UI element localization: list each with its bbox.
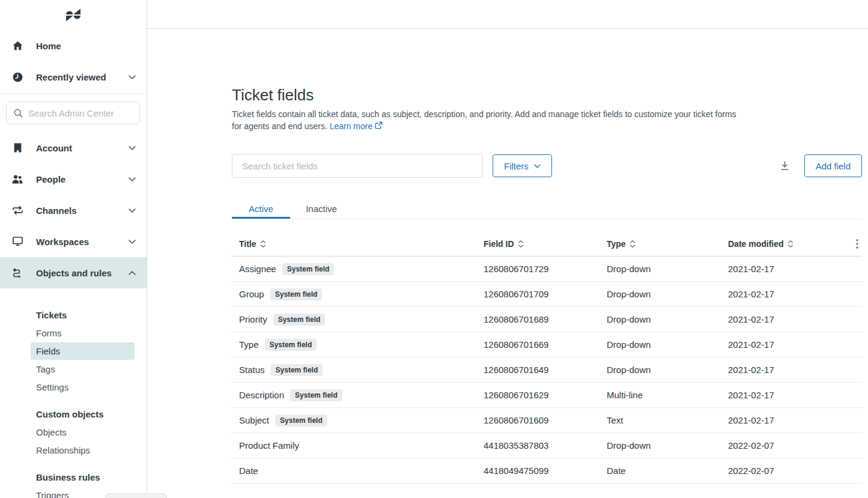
tab-active[interactable]: Active: [232, 199, 290, 219]
sidebar-item-objects[interactable]: Objects: [31, 424, 135, 441]
sidebar-item-home[interactable]: Home: [0, 30, 147, 61]
sort-icon: [788, 240, 794, 247]
sidebar-item-recently-viewed[interactable]: Recently viewed: [0, 61, 147, 93]
column-header-type[interactable]: Type: [607, 239, 728, 249]
field-title[interactable]: Description: [239, 390, 284, 400]
people-icon: [12, 175, 23, 184]
chevron-up-icon: [129, 271, 136, 275]
field-id: 1260806701609: [484, 415, 607, 425]
field-title[interactable]: Assignee: [239, 264, 276, 274]
field-id: 1260806701689: [484, 314, 607, 324]
sidebar-item-relationships[interactable]: Relationships: [31, 442, 135, 459]
channels-icon: [12, 206, 23, 214]
table-row[interactable]: Date 4418049475099 Date 2022-02-07: [232, 458, 862, 484]
home-icon: [12, 41, 23, 50]
sidebar-item-label: Home: [36, 41, 136, 51]
filters-button[interactable]: Filters: [493, 154, 552, 177]
sidebar-item-tags[interactable]: Tags: [31, 360, 135, 378]
tab-inactive[interactable]: Inactive: [290, 199, 353, 219]
admin-search-input[interactable]: [28, 108, 148, 118]
field-title[interactable]: Type: [239, 339, 259, 350]
field-date-modified: 2021-02-17: [728, 264, 845, 274]
field-title[interactable]: Date: [239, 466, 258, 476]
field-id: 1260806701709: [484, 289, 607, 299]
sidebar-item-label: Account: [36, 143, 115, 153]
learn-more-label: Learn more: [330, 120, 373, 132]
sidebar-item-fields[interactable]: Fields: [31, 342, 135, 360]
field-date-modified: 2022-02-07: [728, 466, 845, 476]
system-field-badge: System field: [271, 364, 323, 376]
column-header-label: Title: [239, 239, 256, 249]
field-title[interactable]: Group: [239, 289, 264, 299]
sidebar-item-label: People: [36, 174, 115, 184]
field-date-modified: 2021-02-17: [728, 339, 845, 350]
system-field-badge: System field: [290, 389, 342, 401]
sidebar-search: [0, 94, 147, 124]
admin-search-box[interactable]: [6, 102, 140, 124]
sidebar-item-people[interactable]: People: [0, 163, 147, 195]
export-button[interactable]: [773, 154, 797, 178]
table-row[interactable]: Type System field 1260806701669 Drop-dow…: [232, 332, 862, 357]
system-field-badge: System field: [275, 414, 327, 427]
table-row[interactable]: Product Family 4418035387803 Drop-down 2…: [232, 433, 862, 458]
field-title[interactable]: Priority: [239, 314, 267, 324]
subnav-heading-tickets: Tickets: [31, 306, 147, 324]
table-row[interactable]: Group System field 1260806701709 Drop-do…: [232, 282, 862, 307]
field-date-modified: 2021-02-17: [728, 289, 845, 299]
field-type: Drop-down: [607, 264, 728, 274]
system-field-badge: System field: [265, 339, 317, 351]
download-icon: [780, 161, 790, 171]
learn-more-link[interactable]: Learn more: [330, 120, 383, 132]
field-type: Multi-line: [607, 390, 728, 400]
chevron-down-icon: [129, 177, 136, 181]
ticket-fields-search-input[interactable]: [232, 154, 483, 178]
column-header-title[interactable]: Title: [232, 239, 484, 249]
sidebar-item-workspaces[interactable]: Workspaces: [0, 226, 147, 257]
field-id: 1260806701669: [484, 339, 607, 350]
field-date-modified: 2021-02-17: [728, 314, 845, 324]
ticket-fields-table: Title Field ID Type Date modified: [232, 231, 862, 484]
sidebar-resize-handle[interactable]: [105, 493, 167, 498]
field-id: 4418035387803: [484, 440, 607, 451]
chevron-down-icon: [534, 164, 541, 168]
field-type: Drop-down: [607, 339, 728, 350]
add-field-button[interactable]: Add field: [804, 154, 862, 177]
top-bar: [147, 0, 868, 29]
field-date-modified: 2022-02-07: [728, 440, 845, 451]
field-type: Drop-down: [607, 365, 728, 375]
sort-icon: [518, 240, 524, 247]
external-link-icon: [375, 120, 383, 132]
table-header-row: Title Field ID Type Date modified: [232, 231, 862, 257]
table-row[interactable]: Priority System field 1260806701689 Drop…: [232, 307, 862, 332]
objects-rules-subnav: Tickets Forms Fields Tags Settings Custo…: [0, 306, 147, 498]
field-date-modified: 2021-02-17: [728, 365, 845, 375]
sidebar-item-settings[interactable]: Settings: [31, 378, 135, 396]
field-date-modified: 2021-02-17: [728, 415, 845, 425]
table-options-button[interactable]: [845, 239, 862, 249]
column-header-label: Date modified: [728, 239, 784, 249]
field-title[interactable]: Status: [239, 365, 265, 375]
sidebar-item-label: Channels: [36, 205, 115, 216]
monitor-icon: [12, 237, 23, 246]
page-title: Ticket fields: [232, 87, 862, 103]
chevron-down-icon: [129, 240, 136, 244]
sidebar-item-account[interactable]: Account: [0, 132, 147, 163]
sidebar-item-label: Objects and rules: [36, 268, 115, 278]
column-header-date-modified[interactable]: Date modified: [728, 239, 845, 249]
sidebar-item-channels[interactable]: Channels: [0, 195, 147, 226]
column-header-field-id[interactable]: Field ID: [484, 239, 607, 249]
table-row[interactable]: Assignee System field 1260806701729 Drop…: [232, 257, 862, 282]
table-row[interactable]: Status System field 1260806701649 Drop-d…: [232, 357, 862, 383]
sidebar-item-forms[interactable]: Forms: [31, 324, 135, 342]
system-field-badge: System field: [273, 314, 326, 326]
table-row[interactable]: Description System field 1260806701629 M…: [232, 383, 862, 408]
field-title[interactable]: Subject: [239, 415, 269, 425]
system-field-badge: System field: [282, 263, 335, 275]
table-row[interactable]: Subject System field 1260806701609 Text …: [232, 408, 862, 433]
sidebar-item-objects-and-rules[interactable]: Objects and rules: [0, 257, 147, 288]
chevron-down-icon: [129, 208, 136, 213]
field-id: 4418049475099: [484, 466, 607, 476]
objects-rules-icon: [12, 267, 23, 279]
subnav-heading-custom-objects: Custom objects: [31, 405, 147, 423]
field-title[interactable]: Product Family: [239, 440, 299, 451]
